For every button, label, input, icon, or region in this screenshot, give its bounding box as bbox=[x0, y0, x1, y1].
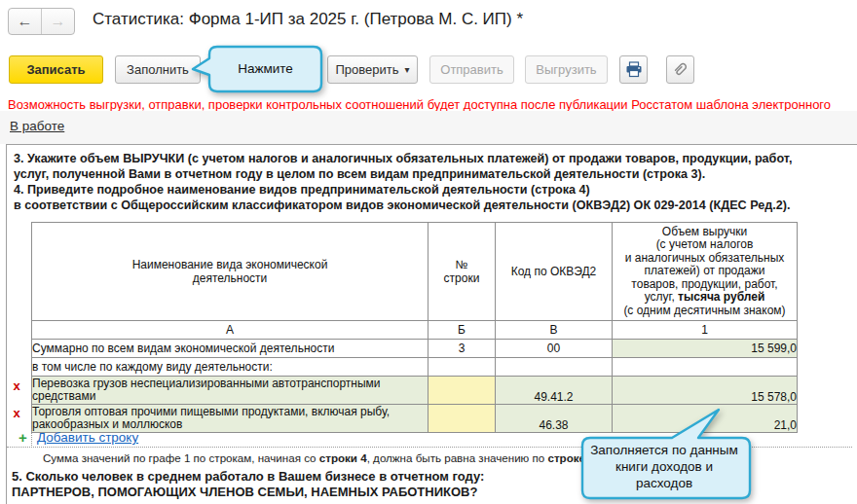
col-header-revenue: Объем выручки (с учетом налогов и аналог… bbox=[613, 223, 798, 321]
hint-callout-source-text: Заполняется по данным книги доходов и ра… bbox=[584, 442, 744, 491]
cell-okved-code[interactable] bbox=[496, 358, 613, 377]
status-link[interactable]: В работе bbox=[10, 119, 64, 133]
instruction-line: услуг, полученной Вами в отчетном году в… bbox=[14, 166, 841, 182]
send-button: Отправить bbox=[429, 55, 514, 84]
instruction-line: 3. Укажите объем ВЫРУЧКИ (с учетом налог… bbox=[14, 151, 841, 166]
subheader-b: Б bbox=[428, 321, 496, 340]
cell-line-no[interactable]: 3 bbox=[428, 340, 496, 358]
col-header-line-no: № строки bbox=[428, 223, 496, 321]
cell-line-no[interactable] bbox=[428, 405, 496, 433]
instruction-line: 4. Приведите подробное наименование видо… bbox=[14, 182, 841, 198]
warning-text: Возможность выгрузки, отправки, проверки… bbox=[8, 97, 857, 112]
col-header-okved: Код по ОКВЭД2 bbox=[496, 223, 613, 321]
table-row: Суммарно по всем видам экономической дея… bbox=[32, 340, 798, 358]
printer-icon bbox=[625, 61, 643, 78]
divider bbox=[31, 429, 32, 446]
cell-line-no[interactable] bbox=[428, 377, 496, 405]
add-row-icon[interactable]: + bbox=[19, 429, 27, 446]
delete-row-icon[interactable]: x bbox=[10, 407, 23, 420]
cell-revenue-value[interactable]: 15 599,0 bbox=[613, 340, 798, 358]
paperclip-icon bbox=[671, 60, 689, 79]
cell-okved-code[interactable]: 49.41.2 bbox=[496, 377, 613, 405]
cell-line-no[interactable] bbox=[428, 358, 496, 377]
attach-button[interactable] bbox=[666, 55, 694, 84]
hint-callout-press-text: Нажмите bbox=[209, 61, 321, 76]
fill-button[interactable]: Заполнить bbox=[115, 55, 201, 84]
instruction-line: в соответствии с Общероссийским классифи… bbox=[14, 198, 841, 213]
export-button: Выгрузить bbox=[525, 55, 608, 84]
app-window: ← → Статистика: Форма 1-ИП за 2025 г. (П… bbox=[0, 0, 857, 504]
col-header-activity: Наименование вида экономической деятельн… bbox=[32, 223, 428, 321]
cell-revenue-value[interactable]: 15 578,0 bbox=[613, 377, 798, 405]
history-nav: ← → bbox=[8, 8, 75, 35]
cell-okved-code[interactable]: 00 bbox=[496, 340, 613, 358]
cell-activity-name[interactable]: Торговля оптовая прочими пищевыми продук… bbox=[32, 405, 428, 433]
chevron-down-icon: ▾ bbox=[404, 64, 409, 75]
print-button[interactable] bbox=[619, 55, 648, 84]
send-button-label: Отправить bbox=[440, 62, 503, 77]
save-button[interactable]: Записать bbox=[9, 55, 103, 84]
save-button-label: Записать bbox=[26, 62, 85, 77]
table-row: в том числе по каждому виду деятельности… bbox=[32, 358, 798, 377]
cell-revenue-value[interactable] bbox=[613, 358, 798, 377]
subheader-1: 1 bbox=[613, 321, 798, 340]
activity-table: Наименование вида экономической деятельн… bbox=[31, 222, 798, 433]
add-row-link[interactable]: Добавить строку bbox=[37, 430, 138, 445]
table-row: Перевозка грузов неспециализированными а… bbox=[32, 377, 798, 405]
cell-activity-name: в том числе по каждому виду деятельности… bbox=[32, 358, 428, 377]
sum-rule-note: Сумма значений по графе 1 по строкам, на… bbox=[43, 451, 595, 464]
export-button-label: Выгрузить bbox=[536, 62, 596, 77]
check-button-label: Проверить bbox=[335, 62, 398, 77]
fill-button-label: Заполнить bbox=[127, 62, 189, 77]
back-arrow-icon[interactable]: ← bbox=[9, 9, 42, 34]
subheader-a: А bbox=[32, 321, 428, 340]
cell-activity-name[interactable]: Перевозка грузов неспециализированными а… bbox=[32, 377, 428, 405]
instructions-block: 3. Укажите объем ВЫРУЧКИ (с учетом налог… bbox=[14, 151, 841, 213]
page-title: Статистика: Форма 1-ИП за 2025 г. (Петро… bbox=[93, 10, 523, 29]
forward-arrow-icon: → bbox=[42, 9, 74, 34]
subheader-v: В bbox=[496, 321, 613, 340]
status-band bbox=[0, 111, 857, 144]
cell-activity-name[interactable]: Суммарно по всем видам экономической дея… bbox=[32, 340, 428, 358]
check-button[interactable]: Проверить ▾ bbox=[327, 55, 418, 84]
delete-row-icon[interactable]: x bbox=[10, 379, 23, 393]
question-5: 5. Сколько человек в среднем работало в … bbox=[12, 469, 484, 500]
